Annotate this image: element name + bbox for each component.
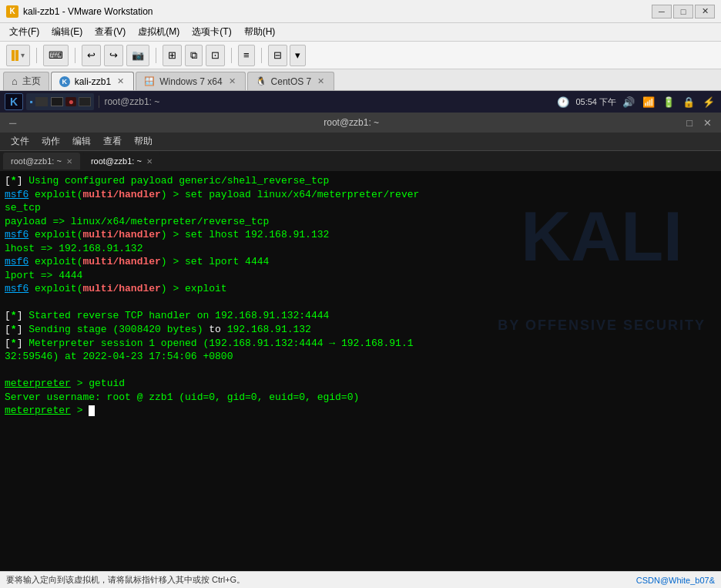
network-icon[interactable]: 📶 (641, 95, 656, 109)
term-tab-1[interactable]: root@zzb1: ~ ✕ (3, 153, 80, 170)
toolbar-power-btn[interactable]: ▾ (6, 45, 30, 66)
volume-icon[interactable]: 🔊 (621, 95, 636, 109)
term-line-6: lhost => 192.168.91.132 (5, 242, 716, 256)
tab-centos-label: CentOS 7 (271, 76, 312, 87)
tab-centos-close[interactable]: ✕ (316, 76, 326, 87)
term-tab2-close[interactable]: ✕ (146, 157, 153, 166)
panel-apps-btn[interactable]: ▪ ● (26, 93, 94, 110)
kali-start-btn[interactable]: K (5, 93, 23, 110)
term-line-3: se_tcp (5, 201, 716, 215)
tab-win7[interactable]: 🪟 Windows 7 x64 ✕ (136, 72, 245, 90)
firefox-icon: ● (65, 97, 76, 106)
tab-bar: ⌂ 主页 K kali-zzb1 ✕ 🪟 Windows 7 x64 ✕ 🐧 C… (0, 69, 721, 91)
menu-vm[interactable]: 虚拟机(M) (132, 24, 186, 40)
term-menu-help[interactable]: 帮助 (129, 133, 157, 150)
menu-help[interactable]: 帮助(H) (238, 24, 282, 40)
tab-centos[interactable]: 🐧 CentOS 7 ✕ (247, 72, 335, 90)
term-tab1-label: root@zzb1: ~ (11, 156, 62, 166)
centos-icon: 🐧 (256, 76, 267, 86)
term-line-blank1 (5, 296, 716, 310)
lock-icon[interactable]: 🔒 (681, 95, 696, 109)
maximize-button[interactable]: □ (673, 5, 693, 18)
kali-logo-icon: K (10, 96, 18, 108)
toolbar-view-btn[interactable]: ⊟ (268, 45, 287, 66)
term-close-btn[interactable]: ✕ (700, 117, 715, 129)
toolbar-fullscreen-btn[interactable]: ⊞ (163, 45, 182, 66)
toolbar-view2-btn[interactable]: ▾ (290, 45, 306, 66)
tab-kali-label: kali-zzb1 (75, 76, 111, 87)
term-line-14: meterpreter > getuid (5, 377, 716, 391)
panel-right: 🕐 05:54 下午 🔊 📶 🔋 🔒 ⚡ (555, 95, 716, 109)
term-line-1: [*] Using configured payload generic/she… (5, 174, 716, 188)
panel-desktop-label[interactable]: root@zzb1: ~ (104, 96, 159, 107)
tab-home-label: 主页 (22, 75, 41, 88)
terminal-icon: ▪ (29, 96, 32, 107)
toolbar-prefs-btn[interactable]: ≡ (238, 45, 255, 66)
status-bar: 要将输入定向到该虚拟机，请将鼠标指针移入其中或按 Ctrl+G。 CSDN@Wh… (0, 571, 721, 588)
menu-file[interactable]: 文件(F) (3, 24, 45, 40)
terminal-content[interactable]: KALIBY OFFENSIVE SECURITY [*] Using conf… (0, 171, 721, 571)
term-menu-view[interactable]: 查看 (99, 133, 126, 150)
minimize-button[interactable]: ─ (652, 5, 672, 18)
term-line-4: payload => linux/x64/meterpreter/reverse… (5, 215, 716, 229)
window-title: kali-zzb1 - VMware Workstation (23, 6, 652, 17)
term-line-2: msf6 exploit(multi/handler) > set payloa… (5, 188, 716, 202)
tab-win7-close[interactable]: ✕ (227, 76, 237, 87)
toolbar-sep1 (36, 48, 37, 63)
toolbar-snapshot3-btn[interactable]: 📷 (126, 45, 149, 66)
menu-view[interactable]: 查看(V) (89, 24, 132, 40)
window-icon (35, 97, 48, 106)
toolbar: ▾ ⌨ ↩ ↪ 📷 ⊞ ⧉ ⊡ ≡ ⊟ ▾ (0, 42, 721, 69)
menu-bar: 文件(F) 编辑(E) 查看(V) 虚拟机(M) 选项卡(T) 帮助(H) (0, 23, 721, 42)
term-line-16: meterpreter > (5, 404, 716, 418)
tab-home[interactable]: ⌂ 主页 (3, 72, 49, 90)
toolbar-snapshot-btn[interactable]: ↩ (82, 45, 101, 66)
close-button[interactable]: ✕ (695, 5, 715, 18)
cursor (89, 405, 95, 416)
window-controls: ─ □ ✕ (652, 5, 715, 18)
term-menu-file[interactable]: 文件 (6, 133, 34, 150)
folder-icon (51, 97, 63, 106)
win7-icon: 🪟 (144, 76, 155, 86)
panel-time: 05:54 下午 (575, 96, 616, 108)
term-tab1-close[interactable]: ✕ (66, 157, 72, 166)
terminal-tab-bar: root@zzb1: ~ ✕ root@zzb1: ~ ✕ (0, 151, 721, 171)
menu-edit[interactable]: 编辑(E) (45, 24, 89, 40)
battery-icon[interactable]: 🔋 (661, 95, 676, 109)
term-line-10: [*] Started reverse TCP handler on 192.1… (5, 309, 716, 323)
terminal-menu-bar: 文件 动作 编辑 查看 帮助 (0, 133, 721, 151)
toolbar-unity-btn[interactable]: ⧉ (185, 45, 203, 66)
term-menu-action[interactable]: 动作 (37, 133, 65, 150)
vm-display-area[interactable]: K ▪ ● root@zzb1: ~ 🕐 05:54 下午 🔊 📶 🔋 🔒 ⚡ (0, 91, 721, 571)
term-min-btn[interactable]: ─ (6, 117, 19, 129)
panel-sep1 (99, 96, 99, 108)
menu-tabs[interactable]: 选项卡(T) (186, 24, 237, 40)
tab-kali-close[interactable]: ✕ (116, 76, 126, 87)
terminal-title-bar: ─ root@zzb1: ~ □ ✕ (0, 113, 721, 133)
vmware-icon: K (6, 5, 18, 18)
term-line-7: msf6 exploit(multi/handler) > set lport … (5, 255, 716, 269)
term-line-15: Server username: root @ zzb1 (uid=0, gid… (5, 391, 716, 405)
term-menu-edit[interactable]: 编辑 (68, 133, 96, 150)
term-line-blank2 (5, 364, 716, 378)
toolbar-sep3 (156, 48, 156, 63)
status-left-text: 要将输入定向到该虚拟机，请将鼠标指针移入其中或按 Ctrl+G。 (6, 574, 245, 586)
term-tab-2[interactable]: root@zzb1: ~ ✕ (83, 153, 160, 170)
term-max-btn[interactable]: □ (683, 117, 696, 129)
tab-kali[interactable]: K kali-zzb1 ✕ (51, 72, 134, 90)
toolbar-snapshot2-btn[interactable]: ↪ (104, 45, 123, 66)
toolbar-send-keys[interactable]: ⌨ (43, 45, 69, 66)
kali-taskbar: K ▪ ● root@zzb1: ~ 🕐 05:54 下午 🔊 📶 🔋 🔒 ⚡ (0, 91, 721, 113)
term-line-12: [*] Meterpreter session 1 opened (192.16… (5, 337, 716, 351)
terminal-title: root@zzb1: ~ (24, 117, 679, 128)
title-bar: K kali-zzb1 - VMware Workstation ─ □ ✕ (0, 0, 721, 23)
toolbar-sep4 (231, 48, 232, 63)
kali-icon: K (59, 76, 70, 87)
status-right-text: CSDN@White_b07& (636, 576, 715, 585)
clock-icon: 🕐 (555, 95, 571, 109)
term-line-11: [*] Sending stage (3008420 bytes) to 192… (5, 323, 716, 337)
power-icon[interactable]: ⚡ (701, 95, 716, 109)
tab-win7-label: Windows 7 x64 (159, 76, 222, 87)
term-tab2-label: root@zzb1: ~ (91, 156, 142, 166)
toolbar-stretch-btn[interactable]: ⊡ (206, 45, 225, 66)
